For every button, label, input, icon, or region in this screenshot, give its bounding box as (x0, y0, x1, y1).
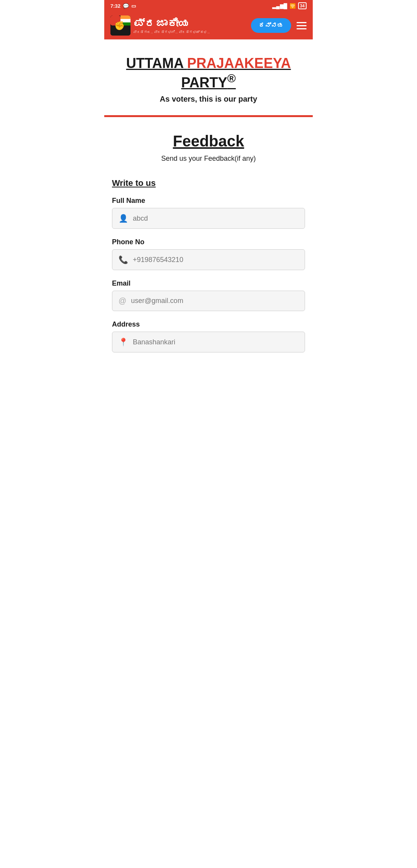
app-logo: ✊ (110, 15, 131, 36)
battery-indicator: 34 (298, 2, 307, 9)
hero-section: UTTAMA PRAJAAKEEYA PARTY® As voters, thi… (104, 39, 313, 115)
language-button[interactable]: ಕನ್ನಡ (251, 18, 291, 33)
navbar-title: ಪ್ರಜಾಕೀಯ ಪ್ರತೆಗಂದ.. ಪ್ರತೆಗಳಾಗಿ.. ಪ್ರತೆಗಳ… (134, 17, 210, 34)
feedback-section: Feedback Send us your Feedback(if any) (104, 117, 313, 167)
navbar-actions: ಕನ್ನಡ (251, 18, 307, 33)
address-input-wrapper: 📍 (112, 332, 305, 352)
main-content: UTTAMA PRAJAAKEEYA PARTY® As voters, thi… (104, 39, 313, 369)
brand-subtitle: ಪ್ರತೆಗಂದ.. ಪ್ರತೆಗಳಾಗಿ.. ಪ್ರತೆಗಳಾಕ್ಕಳ.. (134, 30, 210, 34)
email-label: Email (112, 279, 305, 288)
hero-title-part3: PARTY (181, 75, 227, 90)
write-to-us-title: Write to us (112, 178, 305, 188)
at-icon: @ (119, 296, 126, 305)
location-icon: 📍 (119, 337, 128, 347)
navbar-brand: ✊ ಪ್ರಜಾಕೀಯ ಪ್ರತೆಗಂದ.. ಪ್ರತೆಗಳಾಗಿ.. ಪ್ರತೆ… (110, 15, 210, 36)
full-name-group: Full Name 👤 (112, 197, 305, 229)
hero-title-part1: UTTAMA (126, 55, 187, 71)
status-bar-right: ▂▄▆█ 🛜 34 (272, 2, 307, 9)
status-bar-left: 7:32 💬 ▭ (110, 3, 136, 9)
svg-text:✊: ✊ (114, 20, 125, 31)
full-name-input-wrapper: 👤 (112, 208, 305, 229)
hamburger-line-2 (297, 25, 307, 26)
logo-svg: ✊ (110, 15, 131, 36)
menu-button[interactable] (297, 22, 307, 29)
address-label: Address (112, 320, 305, 328)
email-input-wrapper: @ (112, 291, 305, 311)
full-name-input[interactable] (133, 214, 298, 223)
wifi-icon: 🛜 (290, 3, 296, 9)
brand-name-kannada: ಪ್ರಜಾಕೀಯ (134, 17, 210, 30)
email-group: Email @ (112, 279, 305, 311)
address-input[interactable] (133, 338, 298, 346)
phone-group: Phone No 📞 (112, 238, 305, 270)
signal-icon: ▂▄▆█ (272, 3, 287, 9)
hamburger-line-3 (297, 28, 307, 29)
address-group: Address 📍 (112, 320, 305, 352)
feedback-description: Send us your Feedback(if any) (112, 155, 305, 163)
phone-label: Phone No (112, 238, 305, 246)
phone-input-wrapper: 📞 (112, 249, 305, 270)
whatsapp-icon: 💬 (123, 3, 129, 9)
form-section: Write to us Full Name 👤 Phone No 📞 (104, 167, 313, 369)
hero-title-part2: PRAJAAKEEYA (187, 55, 291, 71)
person-icon: 👤 (119, 214, 128, 223)
navbar: ✊ ಪ್ರಜಾಕೀಯ ಪ್ರತೆಗಂದ.. ಪ್ರತೆಗಳಾಗಿ.. ಪ್ರತೆ… (104, 12, 313, 39)
hero-subtitle: As voters, this is our party (112, 95, 305, 104)
phone-icon: 📞 (119, 255, 128, 264)
registered-symbol: ® (227, 72, 236, 85)
hamburger-line-1 (297, 22, 307, 23)
email-input[interactable] (131, 297, 298, 305)
status-bar: 7:32 💬 ▭ ▂▄▆█ 🛜 34 (104, 0, 313, 12)
feedback-title: Feedback (112, 133, 305, 150)
phone-input[interactable] (133, 256, 298, 264)
svg-rect-2 (120, 15, 131, 19)
time-display: 7:32 (110, 3, 120, 9)
full-name-label: Full Name (112, 197, 305, 205)
hero-title: UTTAMA PRAJAAKEEYA PARTY® (112, 55, 305, 91)
screen-icon: ▭ (131, 3, 136, 9)
